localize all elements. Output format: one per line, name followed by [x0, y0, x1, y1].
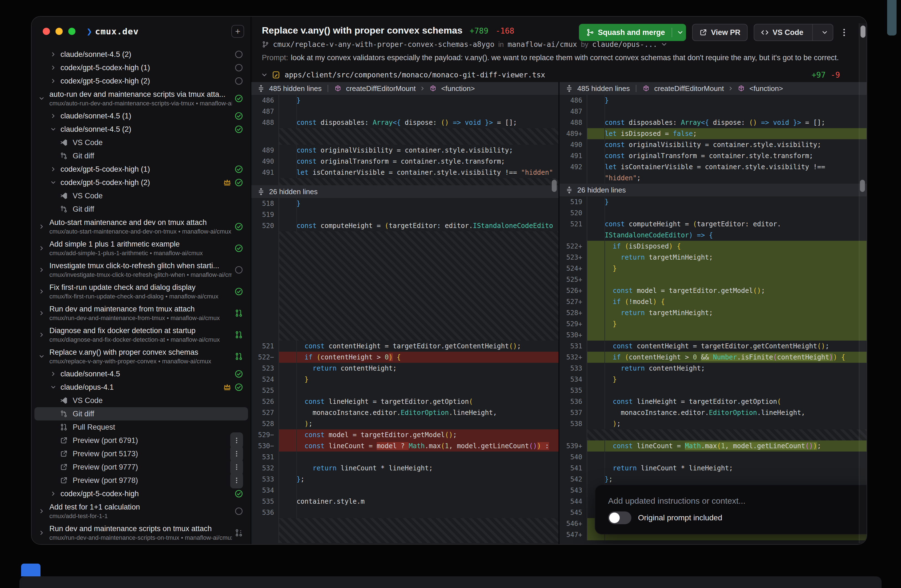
sidebar-item[interactable]: codex/gpt-5-codex-high	[34, 487, 248, 501]
diff-line: 536 const lineHeight = targetEditor.getO…	[560, 396, 867, 407]
chevron-right-icon[interactable]	[39, 310, 44, 316]
file-row[interactable]: apps/client/src/components/monaco/monaco…	[251, 68, 867, 82]
window-scrollbar[interactable]	[859, 23, 867, 543]
sidebar-item[interactable]: Auto-start maintenance and dev on tmux a…	[34, 216, 248, 237]
diff-line: 530+	[560, 329, 867, 341]
sidebar-item[interactable]: claude/sonnet-4.5	[34, 367, 248, 381]
vscode-button[interactable]: VS Code	[754, 24, 833, 41]
sidebar-item[interactable]: claude/sonnet-4.5 (1)	[34, 109, 248, 123]
sidebar-item[interactable]: VS Code	[34, 136, 248, 149]
chevron-right-icon[interactable]	[39, 224, 44, 229]
diff-added-count: +789	[470, 27, 488, 36]
chevron-right-icon[interactable]	[39, 267, 44, 273]
sidebar-item[interactable]: Replace v.any() with proper convex schem…	[34, 346, 248, 367]
chevron-right-icon[interactable]	[39, 245, 44, 251]
git-merge-icon	[586, 28, 594, 36]
sidebar-item[interactable]: codex/gpt-5-codex-high (2)	[34, 74, 248, 87]
unfold-icon[interactable]	[257, 85, 265, 92]
sidebar-item[interactable]: Fix first-run update check and dialog di…	[34, 281, 248, 302]
check-circle-icon	[235, 383, 243, 391]
diff-line: 529+ }	[560, 318, 867, 329]
chevron-down-icon[interactable]	[661, 41, 667, 47]
instructions-input[interactable]: Add updated instructions or context...	[608, 496, 867, 505]
chevron-down-icon[interactable]	[39, 96, 44, 101]
check-circle-icon	[235, 178, 243, 187]
hidden-lines-expander[interactable]: 26 hidden lines	[251, 185, 558, 198]
merge-options-chevron-icon[interactable]	[677, 30, 683, 36]
header-menu-button[interactable]	[839, 28, 849, 37]
sidebar-item[interactable]: Git diff	[34, 149, 248, 162]
zoom-window-button[interactable]	[68, 28, 75, 35]
line-number: 534	[251, 485, 279, 496]
minimize-window-button[interactable]	[56, 28, 63, 35]
chevron-down-icon[interactable]	[50, 126, 56, 132]
sidebar-item[interactable]: Run dev and maintenance from tmux attach…	[34, 302, 248, 324]
sidebar-item[interactable]: Add simple 1 plus 1 arithmetic examplecm…	[34, 237, 248, 259]
hidden-lines-expander[interactable]: 485 hidden linescreateDiffEditorMount<fu…	[560, 82, 867, 95]
sidebar-item[interactable]: Add test for 1+1 calculationcmux/add-tes…	[34, 501, 248, 522]
sidebar-item[interactable]: Preview (port 6791)	[34, 434, 248, 447]
sidebar-item[interactable]: claude/opus-4.1	[34, 381, 248, 394]
line-number: 519	[251, 209, 279, 220]
chevron-down-icon[interactable]	[261, 72, 267, 78]
scrollbar-thumb[interactable]	[860, 25, 865, 38]
line-number: 487	[560, 106, 587, 117]
chevron-right-icon[interactable]	[39, 289, 44, 294]
pane-scrollbar-thumb[interactable]	[552, 180, 557, 192]
sidebar-item[interactable]: Git diff	[34, 203, 248, 216]
chevron-down-icon[interactable]	[50, 384, 56, 390]
sidebar-item[interactable]: VS Code	[34, 394, 248, 407]
chevron-down-icon[interactable]	[50, 180, 56, 185]
hidden-lines-expander[interactable]: 485 hidden linescreateDiffEditorMount<fu…	[251, 82, 558, 95]
branch-name[interactable]: cmux/replace-v-any-with-proper-convex-sc…	[273, 40, 494, 48]
chevron-right-icon	[420, 86, 425, 91]
sidebar-item[interactable]: Preview (port 5173)	[34, 447, 248, 460]
chevron-right-icon[interactable]	[50, 65, 56, 70]
app-logo-icon: ❯	[87, 26, 92, 37]
sidebar-item[interactable]: Diagnose and fix docker detection at sta…	[34, 324, 248, 346]
new-task-button[interactable]: +	[231, 25, 244, 38]
chevron-right-icon[interactable]	[50, 371, 56, 377]
sidebar-item[interactable]: Pull Request	[34, 421, 248, 434]
sidebar-item[interactable]: codex/gpt-5-codex-high (1)	[34, 61, 248, 74]
line-number: 524+	[560, 263, 587, 274]
sidebar-item[interactable]: claude/sonnet-4.5 (2)	[34, 48, 248, 61]
view-pr-button[interactable]: View PR	[692, 24, 748, 41]
close-window-button[interactable]	[43, 28, 50, 35]
squash-and-merge-button[interactable]: Squash and merge	[579, 24, 686, 41]
unfold-icon[interactable]	[257, 188, 265, 195]
cube-icon	[334, 85, 341, 92]
sidebar-item[interactable]: Preview (port 9777)	[34, 460, 248, 474]
chevron-down-icon[interactable]	[39, 354, 44, 359]
original-prompt-toggle[interactable]	[608, 512, 631, 524]
chevron-right-icon[interactable]	[39, 530, 44, 536]
sidebar-item[interactable]: Investigate tmux click-to-refresh glitch…	[34, 259, 248, 281]
chevron-right-icon[interactable]	[50, 167, 56, 172]
sidebar-item-label: Fix first-run update check and dialog di…	[49, 283, 232, 292]
chevron-right-icon[interactable]	[50, 491, 56, 496]
titlebar: ❯ cmux.dev +	[32, 17, 251, 46]
sidebar-item[interactable]: Run dev and maintenance scripts on tmux …	[34, 522, 248, 544]
vscode-options-button[interactable]	[817, 30, 833, 36]
item-menu-button[interactable]	[230, 473, 243, 488]
hidden-lines-expander[interactable]: 26 hidden lines	[560, 184, 867, 197]
repo-name[interactable]: manaflow-ai/cmux	[508, 40, 577, 48]
unfold-icon[interactable]	[566, 85, 573, 92]
chevron-right-icon[interactable]	[39, 508, 44, 514]
sidebar-item[interactable]: claude/sonnet-4.5 (2)	[34, 123, 248, 136]
agent-name[interactable]: claude/opus-...	[592, 40, 658, 48]
diff-line: 536	[251, 507, 558, 518]
sidebar-item[interactable]: codex/gpt-5-codex-high (2)	[34, 176, 248, 189]
diff-line: 526 const lineHeight = targetEditor.getO…	[251, 396, 558, 407]
sidebar-item[interactable]: codex/gpt-5-codex-high (1)	[34, 162, 248, 176]
sidebar-item[interactable]: Preview (port 9778)	[34, 474, 248, 487]
chevron-right-icon[interactable]	[39, 332, 44, 338]
sidebar-item[interactable]: VS Code	[34, 189, 248, 203]
sidebar-item-label: claude/sonnet-4.5 (2)	[61, 125, 232, 134]
sidebar-item[interactable]: auto-run dev and maintenance scripts via…	[34, 87, 248, 109]
chevron-right-icon[interactable]	[50, 51, 56, 57]
chevron-right-icon[interactable]	[50, 78, 56, 84]
chevron-right-icon[interactable]	[50, 113, 56, 119]
unfold-icon[interactable]	[566, 186, 573, 193]
sidebar-item[interactable]: Git diff	[34, 407, 248, 421]
